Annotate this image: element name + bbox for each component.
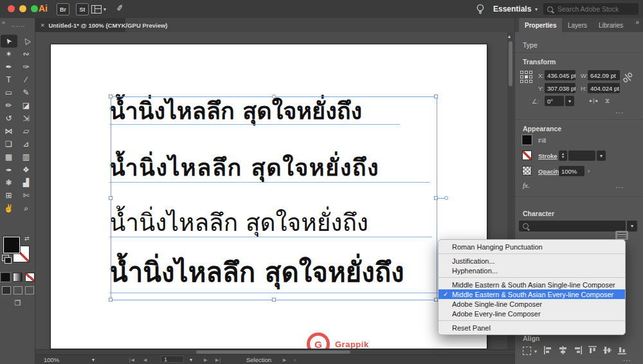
align-to-selection-icon[interactable]: ▾ <box>523 347 531 355</box>
horizontal-scrollbar[interactable] <box>35 349 514 354</box>
align-horizontal-center-icon[interactable] <box>559 346 567 354</box>
lasso-tool[interactable]: ∾ <box>18 48 35 60</box>
w-field[interactable]: 642.09 pt <box>588 70 620 80</box>
last-artboard-icon[interactable]: ▶∣ <box>215 358 221 363</box>
artboard-tool[interactable]: ⊞ <box>1 189 17 202</box>
workspace-switcher[interactable]: Essentials <box>493 5 531 14</box>
x-field[interactable]: 436.045 pt <box>545 70 575 80</box>
flip-horizontal-icon[interactable]: ▸∣◂ <box>590 98 597 104</box>
draw-behind-button[interactable] <box>14 286 23 295</box>
reference-point-grid[interactable] <box>520 71 532 83</box>
font-dropdown-icon[interactable]: ▾ <box>627 221 637 232</box>
tab-libraries[interactable]: Libraries <box>593 18 629 32</box>
draw-inside-button[interactable] <box>25 286 34 295</box>
zoom-tool[interactable]: ⌕ <box>18 202 35 215</box>
selection-handle-middle-left[interactable] <box>109 196 113 200</box>
opacity-expand-icon[interactable]: › <box>588 167 590 174</box>
magic-wand-tool[interactable]: ✶ <box>1 48 17 60</box>
selection-handle-right-circle[interactable] <box>444 196 448 200</box>
menu-item-adobe-single-line-composer[interactable]: ✓ Adobe Single-line Composer <box>439 299 625 309</box>
adobe-stock-button[interactable]: St <box>76 3 89 15</box>
stroke-dropdown-icon[interactable]: ▾ <box>597 150 606 161</box>
scroll-up-icon[interactable]: ▴ <box>508 33 511 39</box>
type-tool[interactable]: T <box>1 73 17 86</box>
panel-drag-handle[interactable] <box>12 26 24 28</box>
curvature-tool[interactable]: ✑ <box>18 60 35 73</box>
constrain-proportions-unlinked-icon[interactable] <box>623 72 633 83</box>
mesh-tool[interactable]: ▦ <box>1 150 17 163</box>
vertical-scroll-thumb[interactable] <box>509 41 512 86</box>
bridge-button[interactable]: Br <box>57 3 69 15</box>
artboard-dropdown-icon[interactable]: ▾ <box>190 357 192 363</box>
none-button[interactable] <box>25 273 35 282</box>
window-zoom-button[interactable] <box>31 5 38 12</box>
menu-item-mesa-every-line-composer[interactable]: ✓ Middle Eastern & South Asian Every-lin… <box>439 289 625 299</box>
transform-more-options[interactable]: ··· <box>615 109 624 116</box>
selection-handle-bottom-center[interactable] <box>272 298 276 302</box>
paintbrush-tool[interactable]: ✎ <box>18 86 35 99</box>
default-fill-stroke-icon[interactable] <box>2 255 9 261</box>
close-icon[interactable]: × <box>41 21 44 29</box>
stroke-width-stepper[interactable]: ▲ ▼ <box>559 150 567 161</box>
y-field[interactable]: 307.038 pt <box>545 83 575 93</box>
angle-dropdown-icon[interactable]: ▾ <box>565 96 574 106</box>
selection-handle-top-center[interactable] <box>272 95 276 98</box>
rotate-tool[interactable]: ↺ <box>1 112 17 125</box>
fx-button[interactable]: fx. <box>523 181 530 189</box>
angle-field[interactable]: 0° <box>545 96 564 106</box>
line-segment-tool[interactable]: ∕ <box>18 73 35 86</box>
status-flyout-icon[interactable]: ▶ <box>283 358 286 363</box>
align-more-options[interactable]: ··· <box>623 357 631 364</box>
eraser-tool[interactable]: ◪ <box>18 99 35 112</box>
zoom-dropdown-icon[interactable]: ▾ <box>92 357 95 363</box>
slice-tool[interactable]: ✄ <box>18 189 35 202</box>
first-artboard-icon[interactable]: ∣◀ <box>129 358 134 363</box>
symbol-sprayer-tool[interactable]: ❃ <box>1 176 17 189</box>
opacity-label[interactable]: Opacity <box>538 168 561 175</box>
collapse-panel-icon[interactable]: « <box>2 19 5 26</box>
stroke-color-swatch[interactable] <box>522 150 532 160</box>
width-tool[interactable]: ⋈ <box>1 125 17 138</box>
tab-properties[interactable]: Properties <box>519 18 562 32</box>
previous-artboard-icon[interactable]: ◀ <box>143 358 147 363</box>
menu-item-roman-hanging-punctuation[interactable]: ✓ Roman Hanging Punctuation <box>439 242 625 251</box>
align-right-icon[interactable] <box>574 346 582 354</box>
artboard-number-field[interactable] <box>161 356 184 363</box>
status-back-icon[interactable]: ‹ <box>294 356 296 363</box>
zoom-level[interactable]: 100% <box>44 356 59 363</box>
appearance-more-options[interactable]: ··· <box>615 184 624 191</box>
menu-item-justification[interactable]: ✓ Justification... <box>439 256 625 266</box>
stepper-down-icon[interactable]: ▼ <box>561 156 565 159</box>
fill-swatch[interactable] <box>3 237 20 253</box>
screen-mode-button[interactable]: ❐ <box>0 299 35 307</box>
selection-handle-top-right[interactable] <box>434 95 438 98</box>
eyedropper-tool[interactable]: ✒ <box>1 163 17 176</box>
selection-tool[interactable]: ➤ <box>1 35 17 48</box>
stroke-label[interactable]: Stroke <box>538 152 557 159</box>
shaper-tool[interactable]: ✏ <box>1 99 17 112</box>
window-minimize-button[interactable] <box>19 5 26 12</box>
fill-color-swatch[interactable] <box>522 135 532 145</box>
column-graph-tool[interactable]: ▟ <box>18 176 35 189</box>
menu-item-reset-panel[interactable]: ✓ Reset Panel <box>439 323 625 332</box>
menu-item-hyphenation[interactable]: ✓ Hyphenation... <box>439 266 625 275</box>
blend-tool[interactable]: ❖ <box>18 163 35 176</box>
gradient-button[interactable] <box>13 273 23 282</box>
menu-item-mesa-single-line-composer[interactable]: ✓ Middle Eastern & South Asian Single-li… <box>439 280 625 289</box>
opacity-field[interactable]: 100% <box>559 166 584 176</box>
horizontal-scroll-thumb[interactable] <box>196 350 350 354</box>
selection-handle-top-left[interactable] <box>109 95 113 98</box>
draw-normal-button[interactable] <box>2 286 11 295</box>
align-vertical-center-icon[interactable] <box>603 346 611 354</box>
chevron-down-icon[interactable]: ▾ <box>535 6 538 12</box>
color-button[interactable] <box>1 273 10 282</box>
font-search-field[interactable] <box>519 221 626 232</box>
hand-tool[interactable]: ✌ <box>1 202 17 215</box>
shape-builder-tool[interactable]: ❏ <box>1 138 17 150</box>
lightbulb-icon[interactable] <box>476 4 484 15</box>
menu-item-adobe-every-line-composer[interactable]: ✓ Adobe Every-line Composer <box>439 309 625 318</box>
chevron-down-icon[interactable]: ▾ <box>104 6 106 12</box>
stroke-width-field[interactable] <box>568 150 595 161</box>
align-top-icon[interactable] <box>588 346 597 354</box>
rectangle-tool[interactable]: ▭ <box>1 86 17 99</box>
